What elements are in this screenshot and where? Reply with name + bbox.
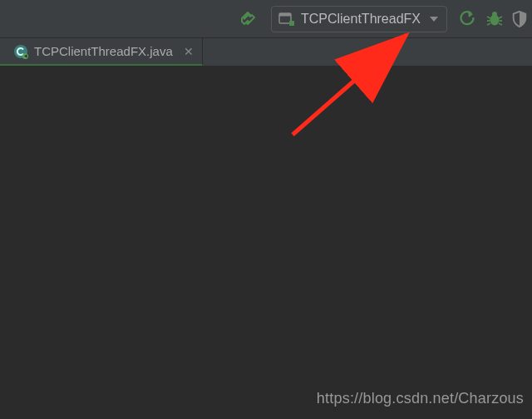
svg-line-8	[499, 17, 502, 18]
hammer-icon[interactable]	[238, 9, 259, 29]
editor-tab-bar: TCPClientThreadFX.java ✕	[0, 38, 532, 67]
svg-line-7	[487, 23, 490, 25]
svg-point-4	[492, 12, 497, 17]
bug-icon[interactable]	[484, 9, 505, 29]
run-configuration-label: TCPClientThreadFX	[301, 12, 421, 27]
java-class-icon	[13, 44, 28, 59]
shield-icon[interactable]	[510, 9, 529, 29]
svg-line-5	[487, 17, 490, 18]
editor-content-area[interactable]	[0, 67, 532, 419]
run-configuration-selector[interactable]: TCPClientThreadFX	[271, 6, 447, 32]
tab-filename: TCPClientThreadFX.java	[34, 44, 173, 58]
svg-rect-2	[289, 21, 294, 26]
rerun-icon[interactable]	[457, 9, 479, 29]
main-toolbar: TCPClientThreadFX	[0, 0, 532, 38]
svg-line-10	[499, 23, 502, 25]
editor-tab[interactable]: TCPClientThreadFX.java ✕	[0, 38, 203, 66]
svg-rect-1	[279, 13, 291, 17]
application-icon	[278, 12, 295, 27]
close-icon[interactable]: ✕	[184, 45, 194, 58]
watermark-text: https://blog.csdn.net/Charzous	[317, 390, 524, 407]
chevron-down-icon	[430, 17, 438, 22]
